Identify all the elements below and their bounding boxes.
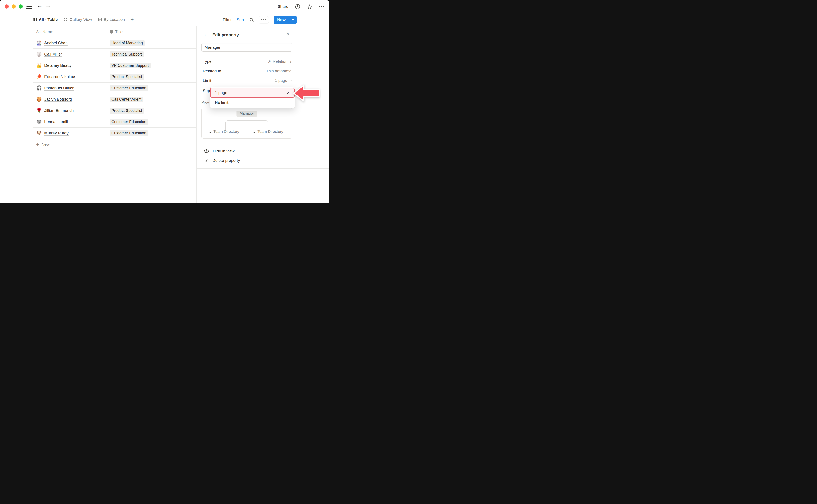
search-icon[interactable] <box>249 17 254 22</box>
back-icon[interactable]: ← <box>37 2 43 9</box>
titlebar-actions: Share <box>278 0 324 13</box>
preview-relation-item: Team Directory <box>208 130 239 134</box>
table-row[interactable]: 🐨 Lenna Hamill Customer Education <box>33 116 196 128</box>
tab-label: Gallery View <box>69 17 92 22</box>
preview-label-partial: Prev <box>201 100 209 105</box>
field-label: Type <box>203 59 211 64</box>
chevron-right-icon: › <box>289 59 291 64</box>
name-cell[interactable]: 🎧 Immanuel Ullrich <box>33 83 106 94</box>
new-row-button[interactable]: + New <box>33 139 196 150</box>
title-cell[interactable]: Customer Education <box>106 128 196 139</box>
name-cell[interactable]: 🐶 Murray Purdy <box>33 128 106 139</box>
page-link[interactable]: Lenna Hamill <box>44 120 68 124</box>
new-button-label[interactable]: New <box>273 16 289 24</box>
tab-by-location[interactable]: By Location <box>98 13 125 26</box>
title-cell[interactable]: Customer Education <box>106 83 196 94</box>
hide-in-view-action[interactable]: Hide in view <box>204 148 234 154</box>
name-cell[interactable]: 🏓 Eduardo Nikolaus <box>33 71 106 82</box>
page-link[interactable]: Jillian Emmerich <box>44 108 74 113</box>
preview-relation-item: Team Directory <box>252 130 283 134</box>
title-cell[interactable]: VP Customer Support <box>106 60 196 71</box>
new-dropdown-button[interactable] <box>289 16 296 24</box>
view-more-button[interactable] <box>259 16 269 23</box>
updates-clock-icon[interactable] <box>295 4 300 10</box>
filter-button[interactable]: Filter <box>223 17 232 22</box>
table-row[interactable]: 🏐 Cali Miller Technical Support <box>33 49 196 60</box>
title-tag: VP Customer Support <box>110 63 151 68</box>
name-cell[interactable]: 🎡 Anabel Chan <box>33 37 106 48</box>
minimize-window-button[interactable] <box>12 4 16 9</box>
zoom-window-button[interactable] <box>19 4 23 9</box>
close-window-button[interactable] <box>5 4 9 9</box>
forward-icon[interactable]: → <box>45 2 51 9</box>
page-link[interactable]: Eduardo Nikolaus <box>44 74 76 79</box>
add-view-icon[interactable]: + <box>130 13 134 26</box>
table-row[interactable]: 🍪 Jaclyn Botsford Call Center Agent <box>33 94 196 105</box>
field-label-partial: Sep <box>203 88 210 93</box>
page-link[interactable]: Anabel Chan <box>44 41 68 45</box>
annotation-arrow-icon <box>292 84 320 103</box>
page-link[interactable]: Delaney Beatty <box>44 63 72 68</box>
property-name-input[interactable] <box>201 43 292 52</box>
name-cell[interactable]: 👑 Delaney Beatty <box>33 60 106 71</box>
page-emoji-icon: 🎧 <box>36 85 42 91</box>
board-view-icon <box>98 18 102 21</box>
option-label: No limit <box>215 100 228 105</box>
field-type[interactable]: Type ↗ Relation › <box>203 58 291 65</box>
view-controls: Filter Sort New <box>223 13 296 26</box>
sidebar-menu-icon[interactable] <box>26 5 32 9</box>
table-row[interactable]: 🎡 Anabel Chan Head of Marketing <box>33 37 196 49</box>
relation-preview-box: Manager Team Directory Team Directory <box>201 108 292 139</box>
field-related-to[interactable]: Related to This database <box>203 68 291 74</box>
page-link[interactable]: Cali Miller <box>44 52 62 57</box>
tab-gallery-view[interactable]: Gallery View <box>64 13 92 26</box>
table-row[interactable]: 👑 Delaney Beatty VP Customer Support <box>33 60 196 71</box>
database-table: Aa Name Title 🎡 Anabel Chan Head of Mark… <box>33 26 196 150</box>
app-window: ← → Share All - Table Gallery View By Lo… <box>0 0 329 203</box>
page-link[interactable]: Jaclyn Botsford <box>44 97 72 102</box>
field-value: 1 page <box>275 78 287 83</box>
title-tag: Head of Marketing <box>110 40 145 46</box>
name-cell[interactable]: 🍪 Jaclyn Botsford <box>33 94 106 105</box>
eye-off-icon <box>204 148 209 154</box>
field-value: This database <box>266 69 291 73</box>
column-header-title[interactable]: Title <box>106 26 196 37</box>
title-tag: Product Specialist <box>110 74 144 80</box>
delete-property-action[interactable]: Delete property <box>204 158 240 163</box>
preview-parent-tag: Manager <box>236 111 257 117</box>
title-cell[interactable]: Technical Support <box>106 49 196 60</box>
column-header-name[interactable]: Aa Name <box>33 26 106 37</box>
check-icon: ✓ <box>286 90 290 95</box>
relation-connector-lines <box>202 117 292 130</box>
name-cell[interactable]: 🌹 Jillian Emmerich <box>33 105 106 116</box>
dropdown-option-1-page[interactable]: 1 page ✓ <box>210 88 295 98</box>
table-row[interactable]: 🐶 Murray Purdy Customer Education <box>33 128 196 139</box>
edit-property-panel: ← Edit property × Type ↗ Relation › Rela… <box>196 26 329 203</box>
page-emoji-icon: 👑 <box>36 63 42 68</box>
more-options-icon[interactable] <box>319 6 324 7</box>
title-cell[interactable]: Head of Marketing <box>106 37 196 48</box>
sort-button[interactable]: Sort <box>236 17 244 22</box>
title-cell[interactable]: Product Specialist <box>106 105 196 116</box>
page-link[interactable]: Immanuel Ullrich <box>44 86 74 90</box>
field-limit[interactable]: Limit 1 page <box>203 77 291 84</box>
share-button[interactable]: Share <box>278 4 288 9</box>
name-cell[interactable]: 🐨 Lenna Hamill <box>33 116 106 127</box>
name-cell[interactable]: 🏐 Cali Miller <box>33 49 106 60</box>
page-emoji-icon: 🎡 <box>36 40 42 46</box>
title-cell[interactable]: Call Center Agent <box>106 94 196 105</box>
table-row[interactable]: 🌹 Jillian Emmerich Product Specialist <box>33 105 196 116</box>
title-cell[interactable]: Product Specialist <box>106 71 196 82</box>
table-row[interactable]: 🏓 Eduardo Nikolaus Product Specialist <box>33 71 196 83</box>
table-view-icon <box>33 18 37 21</box>
page-link[interactable]: Murray Purdy <box>44 131 68 135</box>
field-label: Related to <box>203 69 221 73</box>
title-cell[interactable]: Customer Education <box>106 116 196 127</box>
table-row[interactable]: 🎧 Immanuel Ullrich Customer Education <box>33 83 196 94</box>
new-button[interactable]: New <box>273 16 296 24</box>
panel-back-icon[interactable]: ← <box>203 31 208 37</box>
panel-close-icon[interactable]: × <box>286 31 289 37</box>
tab-all-table[interactable]: All - Table <box>33 13 58 26</box>
dropdown-option-no-limit[interactable]: No limit <box>210 98 295 107</box>
favorite-star-icon[interactable] <box>307 4 312 10</box>
